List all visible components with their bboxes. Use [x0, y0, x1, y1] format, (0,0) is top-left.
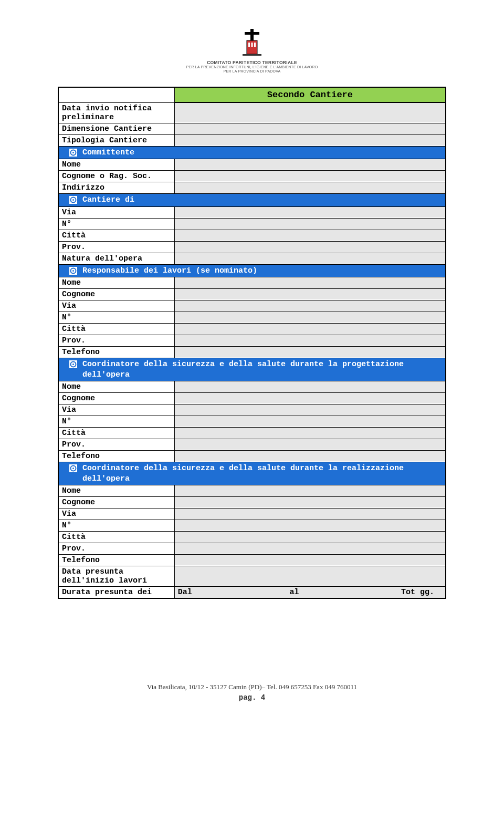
label-via: Via [59, 404, 175, 416]
label-data-presunta: Data presunta dell'inizio lavori [59, 566, 175, 586]
input-data-invio[interactable] [175, 103, 445, 123]
section-coord-real: Coordinatore della sicurezza e della sal… [59, 462, 445, 485]
input-creal-prov[interactable] [175, 543, 445, 554]
input-cantiere-via[interactable] [175, 207, 445, 218]
label-telefono: Telefono [59, 451, 175, 462]
input-committente-cognome[interactable] [175, 171, 445, 182]
org-line1: COMITATO PARITETICO TERRITORIALE [186, 60, 318, 65]
label-prov: Prov. [59, 242, 175, 253]
label-citta: Città [59, 230, 175, 241]
label-nome: Nome [59, 485, 175, 496]
input-resp-prov[interactable] [175, 335, 445, 346]
input-creal-n[interactable] [175, 520, 445, 531]
input-resp-n[interactable] [175, 312, 445, 323]
input-creal-citta[interactable] [175, 532, 445, 543]
title-row: Secondo Cantiere [59, 88, 445, 102]
input-cprog-nome[interactable] [175, 381, 445, 392]
input-al[interactable] [318, 587, 398, 598]
svg-point-22 [72, 468, 74, 469]
input-cprog-via[interactable] [175, 404, 445, 416]
input-dimensione[interactable] [175, 123, 445, 134]
input-tipologia[interactable] [175, 135, 445, 146]
label-dal: Dal [175, 587, 206, 598]
section-title: Coordinatore della sicurezza e della sal… [82, 359, 442, 380]
label-via: Via [59, 300, 175, 312]
input-cprog-n[interactable] [175, 416, 445, 427]
label-n: N° [59, 520, 175, 531]
label-n: N° [59, 312, 175, 323]
input-creal-nome[interactable] [175, 485, 445, 496]
label-prov: Prov. [59, 543, 175, 554]
section-responsabile: Responsabile dei lavori (se nominato) [59, 264, 445, 277]
input-resp-citta[interactable] [175, 324, 445, 335]
field-row: Dimensione Cantiere [59, 123, 445, 134]
input-cprog-citta[interactable] [175, 428, 445, 439]
input-creal-via[interactable] [175, 508, 445, 520]
field-row: Tipologia Cantiere [59, 134, 445, 146]
svg-rect-7 [243, 54, 261, 56]
input-cprog-prov[interactable] [175, 439, 445, 450]
svg-rect-4 [248, 43, 250, 47]
input-creal-telefono[interactable] [175, 555, 445, 566]
input-committente-nome[interactable] [175, 159, 445, 170]
input-committente-indirizzo[interactable] [175, 182, 445, 193]
input-dal[interactable] [206, 587, 287, 598]
field-row: Data invio notifica preliminare [59, 102, 445, 123]
document-header: COMITATO PARITETICO TERRITORIALE PER LA … [58, 29, 446, 74]
input-resp-telefono[interactable] [175, 347, 445, 358]
footer-address: Via Basilicata, 10/12 - 35127 Camin (PD)… [58, 683, 446, 691]
label-prov: Prov. [59, 335, 175, 346]
duration-row: Durata presunta dei Dal al Tot gg. [59, 586, 445, 598]
input-cprog-cognome[interactable] [175, 393, 445, 404]
label-dimensione: Dimensione Cantiere [59, 123, 175, 134]
wheel-icon [69, 360, 77, 368]
label-nome: Nome [59, 277, 175, 288]
wheel-icon [69, 464, 77, 472]
wheel-icon [69, 267, 77, 275]
input-cantiere-natura[interactable] [175, 253, 445, 264]
label-tipologia: Tipologia Cantiere [59, 135, 175, 146]
label-citta: Città [59, 532, 175, 543]
svg-rect-3 [247, 40, 257, 54]
section-title: Cantiere di [82, 195, 442, 205]
label-cognome: Cognome [59, 393, 175, 404]
svg-point-10 [72, 152, 74, 153]
form-title: Secondo Cantiere [175, 88, 445, 102]
input-resp-via[interactable] [175, 300, 445, 312]
input-resp-cognome[interactable] [175, 289, 445, 300]
label-durata: Durata presunta dei [59, 587, 175, 598]
label-cognome: Cognome [59, 497, 175, 508]
wheel-icon [69, 149, 77, 157]
label-nome: Nome [59, 381, 175, 392]
section-title: Committente [82, 148, 442, 158]
label-via: Via [59, 207, 175, 218]
input-creal-cognome[interactable] [175, 497, 445, 508]
org-line2: PER LA PREVENZIONE INFORTUNI, L'IGIENE E… [186, 65, 318, 69]
duration-values: Dal al Tot gg. [175, 587, 445, 598]
section-committente: Committente [59, 146, 445, 159]
svg-rect-6 [254, 43, 256, 47]
input-cantiere-prov[interactable] [175, 242, 445, 253]
label-n: N° [59, 219, 175, 230]
footer-page: pag. 4 [58, 693, 446, 702]
org-header-text: COMITATO PARITETICO TERRITORIALE PER LA … [186, 60, 318, 74]
svg-rect-5 [251, 43, 253, 47]
input-cantiere-citta[interactable] [175, 230, 445, 241]
svg-point-13 [72, 199, 74, 201]
input-data-presunta[interactable] [175, 566, 445, 586]
label-cognome: Cognome [59, 289, 175, 300]
org-line3: PER LA PROVINCIA DI PADOVA [186, 69, 318, 74]
label-n: N° [59, 416, 175, 427]
label-cognome-rag: Cognome o Rag. Soc. [59, 171, 175, 182]
input-resp-nome[interactable] [175, 277, 445, 288]
page-footer: Via Basilicata, 10/12 - 35127 Camin (PD)… [58, 683, 446, 702]
input-cantiere-n[interactable] [175, 219, 445, 230]
wheel-icon [69, 196, 77, 204]
label-telefono: Telefono [59, 555, 175, 566]
input-cprog-telefono[interactable] [175, 451, 445, 462]
label-nome: Nome [59, 159, 175, 170]
label-via: Via [59, 508, 175, 520]
label-natura: Natura dell'opera [59, 253, 175, 264]
label-al: al [286, 587, 318, 598]
label-prov: Prov. [59, 439, 175, 450]
